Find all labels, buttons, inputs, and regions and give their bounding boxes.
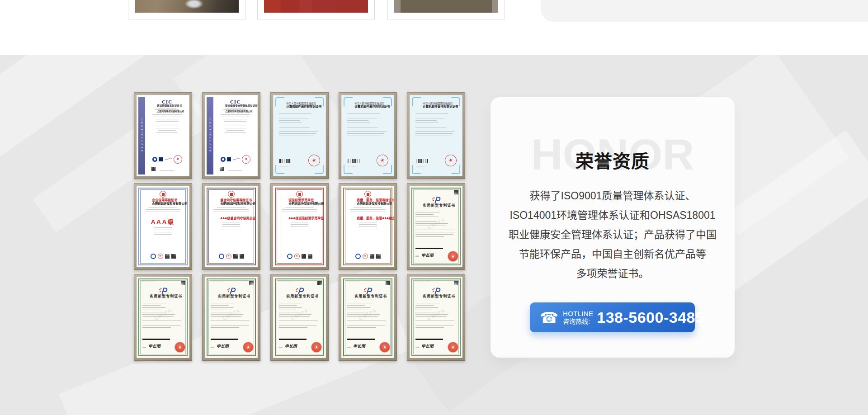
certificate-number [279, 166, 288, 166]
red-seal: ★ [175, 342, 185, 352]
certificate-cic[interactable]: CERTIFICATE CIC 环境管理体系认证证书 合肥珂玛环保科技有限公司 … [134, 92, 192, 179]
certificate-copyright[interactable]: 中华人民共和国国家版权局 计算机软件著作权登记证书 ★ [407, 92, 465, 179]
credit-emblem [160, 191, 166, 198]
barcode [347, 339, 375, 340]
qr-code [317, 281, 322, 285]
certificate-patent[interactable]: 实用新型专利证书 申长雨 ★ CNIPA [407, 274, 465, 361]
section-title: 荣誉资质 [491, 147, 735, 173]
concrete-pit-photo [394, 0, 498, 13]
certificate-patent[interactable]: 实用新型专利证书 申长雨 ★ CNIPA [270, 274, 329, 361]
credit-emblem [364, 191, 371, 198]
hotline-label-zh: 咨询热线: [563, 318, 590, 325]
certificate-patent[interactable]: 实用新型专利证书 申长雨 ★ CNIPA [339, 274, 397, 361]
certificate-copyright[interactable]: 中华人民共和国国家版权局 计算机软件著作权登记证书 ★ [270, 92, 329, 179]
certificate-credit[interactable]: 重合同守信用等级证书 合肥珂玛环保科技有限公司 AAA级重合同守信用企业 ★ [202, 183, 260, 270]
barcode [279, 159, 291, 163]
red-seal: ★ [448, 342, 458, 352]
signature-row: 申长雨 [415, 252, 434, 258]
certificate-title: 职业健康安全管理体系认证证书 [225, 104, 245, 107]
certificate-company: 合肥珂玛环保科技有限公司 [288, 202, 311, 205]
barcode [415, 339, 443, 340]
qr-code [249, 281, 254, 285]
award-grade: 质量、服务、信誉AAA级企业 [357, 217, 379, 220]
star-seal: ★ [363, 254, 368, 259]
signer-name: 申长雨 [217, 343, 229, 349]
excavation-green-net-photo [135, 0, 239, 13]
signature-row: 申长雨 [279, 343, 297, 349]
certificate-credit[interactable]: 诚信经营示范单位 合肥珂玛环保科技有限公司 AAA级诚信经营示范单位 ★ [270, 183, 329, 270]
qr-code [386, 281, 390, 285]
qr-code [308, 254, 312, 259]
qr-code [370, 254, 374, 259]
hotline-label-en: HOTLINE [563, 310, 593, 318]
gallery-photo-card[interactable] [128, 0, 245, 19]
signature-row: 申长雨 [347, 343, 365, 349]
signer-name: 申长雨 [148, 343, 160, 349]
qr-code [376, 254, 381, 259]
cic-logo: CIC [215, 99, 255, 104]
red-seal: ★ [311, 342, 321, 352]
qr-code [454, 190, 458, 194]
stamp-icon [159, 157, 163, 161]
red-seal: ★ [173, 154, 183, 165]
certificate-company: 合肥珂玛环保科技有限公司 [357, 202, 379, 205]
certificate-credit[interactable]: 企业信用等级证书 合肥珂玛环保科技有限公司 AAA级 ★ [134, 183, 192, 270]
cic-round-logo [152, 157, 157, 162]
association-logo [219, 254, 224, 259]
certificate-title: 环境管理体系认证证书 [157, 104, 177, 107]
association-logo [287, 254, 292, 259]
red-seal: ★ [380, 342, 390, 352]
certificate-title: 实用新型专利证书 [286, 294, 313, 298]
certificate-patent[interactable]: 实用新型专利证书 申长雨 ★ CNIPA [202, 274, 260, 361]
signer-name: 申长雨 [285, 343, 297, 349]
certificate-title: 实用新型专利证书 [423, 203, 449, 208]
certificate-patent[interactable]: 实用新型专利证书 申长雨 ★ CNIPA [407, 183, 465, 270]
phone-icon: ☎ [540, 310, 558, 325]
certificate-number [416, 166, 425, 166]
certificate-company: 合肥珂玛环保科技有限公司 [152, 202, 174, 205]
qr-code [171, 254, 176, 259]
award-grade: AAA级 [141, 217, 185, 226]
credit-emblem [296, 191, 303, 198]
honor-section: CERTIFICATE CIC 环境管理体系认证证书 合肥珂玛环保科技有限公司 … [0, 55, 868, 415]
certificate-company: 合肥珂玛环保科技有限公司 [220, 202, 242, 205]
signature-row: 申长雨 [211, 343, 229, 349]
certificate-copyright[interactable]: 中华人民共和国国家版权局 计算机软件著作权登记证书 ★ [339, 92, 397, 179]
qr-code [165, 254, 170, 259]
signature-row: 申长雨 [415, 343, 434, 349]
certificate-company: 合肥珂玛环保科技有限公司 [225, 110, 245, 113]
barcode [415, 248, 443, 249]
certificate-cic[interactable]: CERTIFICATE CIC 职业健康安全管理体系认证证书 合肥珂玛环保科技有… [202, 92, 260, 179]
certificate-credit[interactable]: 质量、服务、信誉等级证书 合肥珂玛环保科技有限公司 质量、服务、信誉AAA级企业… [339, 183, 397, 270]
certificate-title: 实用新型专利证书 [218, 294, 245, 298]
certificate-title: 计算机软件著作权登记证书 [423, 105, 449, 108]
gallery-photo-card[interactable] [387, 0, 505, 19]
section-description: 获得了ISO9001质量管理体系认证、 ISO14001环境管理体系认证和OHS… [502, 186, 723, 283]
signature [164, 158, 172, 161]
award-grade: AAA级诚信经营示范单位 [288, 217, 311, 220]
certificate-grid: CERTIFICATE CIC 环境管理体系认证证书 合肥珂玛环保科技有限公司 … [134, 92, 465, 361]
certificate-patent[interactable]: 实用新型专利证书 申长雨 ★ CNIPA [134, 274, 192, 361]
gallery-photo-card[interactable] [257, 0, 375, 19]
rounded-card-partial [541, 0, 868, 22]
qr-code [240, 254, 244, 259]
star-seal: ★ [294, 254, 300, 259]
association-logo [151, 254, 156, 259]
credit-emblem [228, 191, 235, 198]
cic-round-logo [221, 157, 226, 162]
hotline-button[interactable]: ☎ HOTLINE 咨询热线: 138-5600-3485 [530, 302, 695, 332]
qr-code [181, 281, 185, 285]
red-seal: ★ [243, 342, 253, 352]
certificate-ribbon: CERTIFICATE [207, 97, 213, 174]
signer-name: 申长雨 [353, 343, 365, 349]
page: CERTIFICATE CIC 环境管理体系认证证书 合肥珂玛环保科技有限公司 … [0, 0, 868, 415]
signature [232, 158, 241, 161]
association-logo [355, 254, 361, 259]
stamp-icon [227, 157, 231, 161]
star-seal: ★ [226, 254, 231, 259]
star-seal: ★ [158, 254, 163, 259]
certificate-title: 计算机软件著作权登记证书 [354, 105, 381, 108]
cic-logo: CIC [147, 99, 187, 104]
signer-name: 申长雨 [421, 252, 434, 258]
honor-panel: HONOR 荣誉资质 获得了ISO9001质量管理体系认证、 ISO14001环… [491, 97, 735, 358]
